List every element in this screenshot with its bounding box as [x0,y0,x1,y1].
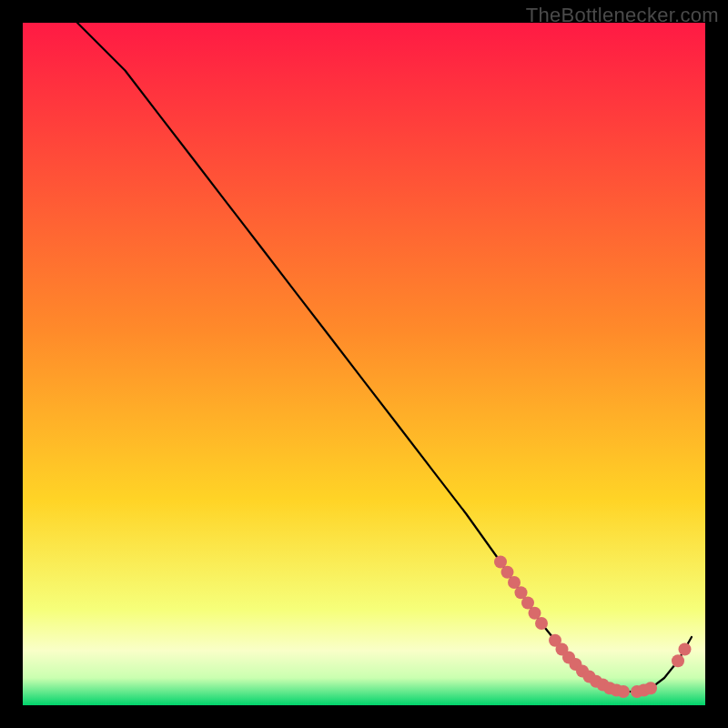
highlight-dot [535,617,548,630]
chart-container: TheBottlenecker.com [0,0,728,728]
bottleneck-chart [0,0,728,728]
highlight-dot [617,685,630,698]
watermark-text: TheBottlenecker.com [526,4,719,27]
highlight-dot [672,654,684,667]
highlight-dot [679,643,692,656]
highlight-dot [644,682,657,694]
plot-background [23,23,705,705]
